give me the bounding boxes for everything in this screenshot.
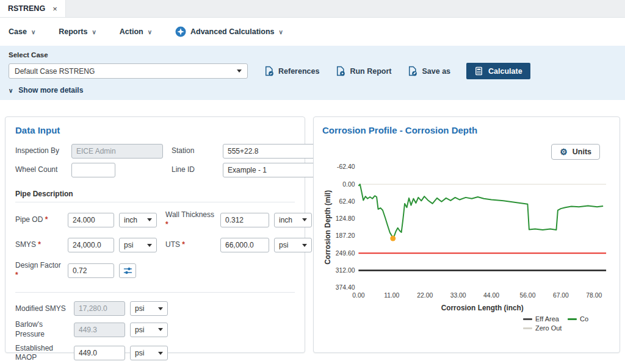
design-factor-field[interactable] [68, 263, 114, 278]
modified-smys-unit-select[interactable]: psi [130, 301, 168, 316]
wheel-count-field[interactable] [71, 163, 115, 177]
smys-label: SMYS [15, 240, 63, 250]
station-field[interactable] [223, 144, 320, 159]
uts-label: UTS [165, 240, 215, 250]
case-bar: Select Case Default Case RSTRENG Referen… [0, 46, 625, 100]
select-case-label: Select Case [9, 51, 616, 59]
established-maop-label: Established MAOP [15, 344, 69, 363]
show-more-details[interactable]: ∨ Show more details [9, 86, 616, 95]
established-maop-field[interactable] [74, 346, 125, 360]
run-report-button[interactable]: Run Report [335, 66, 391, 76]
established-maop-unit-select[interactable]: psi [130, 346, 168, 360]
svg-text:312.00: 312.00 [336, 267, 355, 274]
wall-thickness-field[interactable] [220, 213, 269, 227]
line-id-field[interactable] [223, 163, 320, 177]
dropdown-arrow-icon [158, 307, 163, 310]
wheel-count-label: Wheel Count [15, 165, 67, 175]
svg-text:0.00: 0.00 [342, 181, 355, 188]
case-select-dropdown[interactable]: Default Case RSTRENG [9, 63, 248, 79]
gear-icon: ⚙ [560, 148, 568, 156]
barlows-pressure-unit-value: psi [135, 326, 144, 334]
close-icon[interactable]: × [52, 4, 57, 13]
barlows-pressure-field[interactable] [74, 323, 125, 337]
save-as-label: Save as [422, 67, 450, 76]
menu-case-label: Case [9, 27, 27, 36]
established-maop-unit-value: psi [135, 349, 144, 357]
corrosion-chart: -62.400.0062.40124.80187.20249.60312.003… [322, 162, 611, 314]
menu-advanced-calculations-label: Advanced Calculations [190, 27, 275, 36]
legend-label: Zero Out [535, 324, 562, 332]
tab-rstreng[interactable]: RSTRENG × [0, 0, 66, 17]
modified-smys-field[interactable] [74, 301, 125, 316]
smys-field[interactable] [68, 238, 114, 252]
chevron-down-icon: ∨ [31, 29, 35, 35]
menu-advanced-calculations[interactable]: Advanced Calculations ∨ [175, 26, 283, 37]
svg-text:0.00: 0.00 [352, 292, 364, 299]
dropdown-arrow-icon [158, 328, 163, 331]
menu-reports-label: Reports [59, 27, 87, 36]
pipe-description-title: Pipe Description [15, 190, 295, 198]
divider [15, 202, 295, 202]
svg-text:249.60: 249.60 [336, 250, 355, 257]
units-button[interactable]: ⚙ Units [551, 144, 600, 160]
svg-text:-62.40: -62.40 [337, 163, 355, 170]
dropdown-arrow-icon [158, 352, 163, 355]
legend-label: Eff Area [535, 315, 559, 323]
barlows-pressure-label: Barlow's Pressure [15, 320, 69, 339]
legend-swatch [523, 318, 532, 320]
calculate-button[interactable]: Calculate [466, 63, 530, 79]
calculate-label: Calculate [488, 67, 522, 76]
svg-text:44.00: 44.00 [483, 292, 499, 299]
smys-unit-value: psi [124, 241, 133, 249]
chevron-down-icon: ∨ [279, 29, 283, 35]
pipe-od-unit-select[interactable]: inch [119, 213, 157, 227]
svg-text:67.00: 67.00 [553, 292, 569, 299]
pipe-od-field[interactable] [68, 213, 114, 227]
uts-unit-select[interactable]: psi [274, 238, 312, 252]
chart-legend: Eff AreaCoZero Out [523, 315, 615, 332]
menu-bar: Case ∨ Reports ∨ Action ∨ Advanced Calcu… [0, 18, 625, 46]
svg-text:Corrosion Depth (mil): Corrosion Depth (mil) [323, 190, 332, 265]
menu-action-label: Action [120, 27, 143, 36]
main-content: Data Input Inspection By Station Wheel C… [0, 100, 625, 353]
svg-text:62.40: 62.40 [339, 198, 355, 205]
case-select-value: Default Case RSTRENG [15, 67, 95, 76]
wall-thickness-unit-select[interactable]: inch [274, 213, 312, 227]
menu-case[interactable]: Case ∨ [9, 27, 35, 36]
wall-thickness-label: Wall Thickness [165, 210, 215, 229]
design-factor-adjust-button[interactable] [119, 263, 136, 278]
svg-text:374.40: 374.40 [336, 284, 355, 291]
legend-item[interactable]: Co [568, 315, 588, 323]
save-as-button[interactable]: Save as [407, 66, 450, 76]
corrosion-profile-panel: Corrosion Profile - Corrosion Depth ⚙ Un… [313, 116, 620, 353]
tab-title: RSTRENG [8, 4, 45, 13]
menu-reports[interactable]: Reports ∨ [59, 27, 96, 36]
svg-text:187.20: 187.20 [336, 232, 355, 239]
station-label: Station [172, 146, 218, 156]
uts-field[interactable] [220, 238, 269, 252]
data-input-panel: Data Input Inspection By Station Wheel C… [5, 116, 305, 353]
svg-text:33.00: 33.00 [450, 292, 466, 299]
menu-action[interactable]: Action ∨ [120, 27, 152, 36]
legend-item[interactable]: Zero Out [523, 324, 562, 332]
uts-unit-value: psi [279, 241, 288, 249]
references-button[interactable]: References [264, 66, 319, 76]
star-icon [175, 26, 186, 37]
show-more-label: Show more details [18, 86, 83, 95]
barlows-pressure-unit-select[interactable]: psi [130, 323, 168, 337]
chevron-down-icon: ∨ [92, 29, 96, 35]
legend-swatch [568, 318, 577, 320]
dropdown-arrow-icon [147, 244, 152, 247]
calculator-icon [474, 66, 483, 76]
run-report-icon [335, 66, 345, 76]
smys-unit-select[interactable]: psi [119, 238, 157, 252]
dropdown-arrow-icon [237, 70, 242, 73]
sliders-icon [123, 266, 132, 275]
legend-item[interactable]: Eff Area [523, 315, 559, 323]
inspection-by-field[interactable] [71, 144, 163, 159]
wall-thickness-unit-value: inch [279, 216, 292, 224]
references-icon [264, 66, 274, 76]
data-input-title: Data Input [15, 125, 295, 135]
svg-text:22.00: 22.00 [417, 292, 433, 299]
modified-smys-unit-value: psi [135, 304, 144, 313]
